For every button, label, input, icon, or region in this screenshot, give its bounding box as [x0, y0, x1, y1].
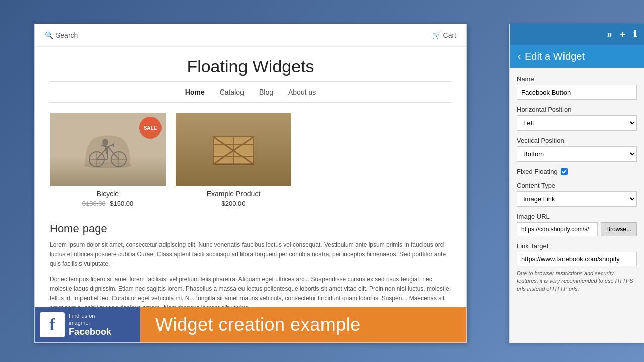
- cart-label: Cart: [443, 31, 456, 39]
- search-label: Search: [56, 31, 78, 39]
- product-example-image: [176, 113, 291, 186]
- product-example-name: Example Product: [176, 190, 291, 198]
- back-button[interactable]: ‹: [518, 51, 521, 62]
- fb-imagine-text: imagine.: [69, 319, 111, 326]
- image-url-label: Image URL: [517, 213, 637, 220]
- price-example: $200.00: [222, 200, 246, 207]
- panel-header: ‹ Edit a Widget: [510, 45, 644, 68]
- fb-facebook-text: Facebook: [69, 327, 111, 338]
- horizontal-position-select[interactable]: Left Center Right: [517, 115, 637, 131]
- fixed-floating-checkbox[interactable]: [561, 168, 568, 175]
- add-button[interactable]: +: [620, 29, 625, 40]
- search-icon: 🔍: [45, 31, 53, 39]
- horizontal-position-label: Horizontal Position: [517, 106, 637, 113]
- right-panel: » + ℹ ‹ Edit a Widget Name Horizontal Po…: [509, 24, 644, 343]
- store-header: 🔍 Search 🛒 Cart: [35, 24, 466, 47]
- orange-banner: Widget creation example: [140, 307, 466, 342]
- product-bicycle-price: $180.00 $150.00: [50, 200, 166, 207]
- bicycle-icon: [83, 129, 133, 169]
- fb-logo-f: f: [49, 315, 55, 334]
- product-example-price: $200.00: [176, 200, 291, 207]
- arrows-button[interactable]: »: [607, 29, 612, 40]
- svg-rect-24: [214, 163, 254, 165]
- sale-badge: SALE: [139, 117, 162, 139]
- store-preview: 🔍 Search 🛒 Cart Floating Widgets Home Ca…: [34, 24, 467, 343]
- nav-about[interactable]: About us: [288, 88, 316, 96]
- home-title: Home page: [50, 222, 451, 235]
- name-input[interactable]: [517, 85, 637, 100]
- product-example: Example Product $200.00: [176, 113, 291, 207]
- image-url-input[interactable]: [517, 222, 598, 236]
- product-bicycle: SALE: [50, 113, 166, 207]
- product-bicycle-image: SALE: [50, 113, 166, 186]
- store-title: Floating Widgets: [35, 47, 466, 81]
- panel-content: Name Horizontal Position Left Center Rig…: [510, 68, 644, 342]
- cart-button[interactable]: 🛒 Cart: [432, 31, 456, 39]
- banner-text: Widget creation example: [155, 314, 361, 335]
- product-bicycle-name: Bicycle: [50, 190, 166, 198]
- svg-point-16: [102, 139, 108, 146]
- price-new: $150.00: [110, 200, 133, 207]
- crate-scene: [176, 113, 291, 186]
- price-old: $180.00: [82, 200, 106, 207]
- hint-text: Due to browser restrictions and security…: [517, 269, 637, 293]
- panel-toolbar: » + ℹ: [510, 24, 644, 45]
- link-target-label: Link Target: [517, 242, 637, 250]
- fixed-floating-row: Fixed Floating: [517, 168, 637, 175]
- facebook-widget[interactable]: f Find us on imagine. Facebook: [35, 307, 140, 342]
- fb-logo: f: [40, 312, 65, 337]
- nav-blog[interactable]: Blog: [259, 88, 273, 96]
- panel-title: Edit a Widget: [525, 51, 585, 62]
- nav-catalog[interactable]: Catalog: [220, 88, 244, 96]
- vertical-position-select[interactable]: Top Middle Bottom: [517, 146, 637, 162]
- content-type-label: Content Type: [517, 182, 637, 189]
- fb-find-text: Find us on: [69, 312, 111, 319]
- fixed-floating-label: Fixed Floating: [517, 168, 558, 175]
- image-url-row: Browse...: [517, 222, 637, 236]
- browse-button[interactable]: Browse...: [601, 222, 637, 236]
- cart-icon: 🛒: [432, 31, 441, 39]
- products-row: SALE: [35, 103, 466, 217]
- search-bar[interactable]: 🔍 Search: [45, 31, 78, 39]
- link-target-input[interactable]: [517, 252, 637, 266]
- fb-text: Find us on imagine. Facebook: [69, 312, 111, 337]
- name-label: Name: [517, 75, 637, 83]
- content-type-select[interactable]: Image Link HTML Text: [517, 191, 637, 207]
- nav-home[interactable]: Home: [185, 88, 205, 96]
- store-nav: Home Catalog Blog About us: [50, 81, 451, 103]
- info-button[interactable]: ℹ: [633, 29, 637, 40]
- vertical-position-label: Vectical Position: [517, 137, 637, 144]
- home-paragraph-1: Lorem ipsum dolor sit amet, consectetur …: [50, 240, 451, 269]
- crate-icon: [208, 129, 259, 169]
